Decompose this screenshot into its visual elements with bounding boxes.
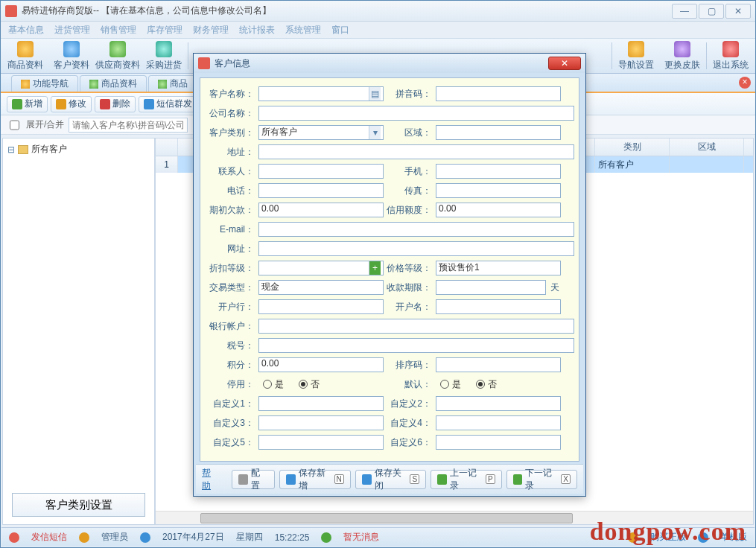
- delete-button[interactable]: 删除: [95, 96, 136, 112]
- radio-default-no[interactable]: 否: [476, 378, 497, 391]
- tab-product2[interactable]: 商品: [148, 75, 197, 92]
- label-disabled: 停用：: [205, 378, 257, 391]
- input-bank[interactable]: [258, 299, 384, 314]
- status-time: 15:22:25: [275, 532, 310, 543]
- add-button[interactable]: 新增: [7, 96, 48, 112]
- input-fax[interactable]: [436, 183, 561, 198]
- input-company[interactable]: [258, 106, 574, 121]
- menu-stock[interactable]: 库存管理: [147, 24, 182, 36]
- status-date: 2017年4月27日: [162, 531, 224, 544]
- radio-disabled-no[interactable]: 否: [299, 378, 320, 391]
- input-phone[interactable]: [258, 183, 384, 198]
- tb-skin[interactable]: 更换皮肤: [659, 39, 705, 73]
- col-area[interactable]: 区域: [670, 138, 744, 156]
- radio-disabled-yes[interactable]: 是: [263, 378, 284, 391]
- label-initdebt: 期初欠款：: [205, 204, 257, 217]
- input-c4[interactable]: [436, 415, 561, 430]
- col-index[interactable]: [156, 138, 178, 156]
- input-credit[interactable]: 0.00: [436, 203, 561, 217]
- tb-customer[interactable]: 客户资料: [48, 39, 95, 73]
- status-dot-icon: [9, 532, 19, 543]
- horizontal-scrollbar[interactable]: [156, 511, 753, 524]
- input-email[interactable]: [258, 222, 574, 237]
- label-sort: 排序码：: [385, 359, 434, 372]
- input-payperiod[interactable]: [436, 280, 546, 295]
- input-contact[interactable]: [258, 164, 384, 179]
- config-button[interactable]: 配置: [232, 470, 274, 489]
- status-msg: 暂无消息: [343, 531, 379, 544]
- status-edition[interactable]: 单机版: [720, 531, 747, 544]
- search-input[interactable]: [69, 118, 188, 133]
- save-close-button[interactable]: 保存关闭S: [355, 470, 426, 489]
- close-button[interactable]: ✕: [725, 4, 751, 19]
- input-area[interactable]: [436, 125, 561, 140]
- input-points[interactable]: 0.00: [258, 357, 384, 372]
- save-icon: [286, 474, 296, 485]
- gear-icon: [238, 474, 248, 485]
- dropdown-icon[interactable]: ▾: [369, 126, 381, 139]
- input-mobile[interactable]: [436, 164, 561, 179]
- input-acctname[interactable]: [436, 299, 561, 314]
- tree-root[interactable]: ⊟所有客户: [7, 143, 150, 156]
- category-settings-button[interactable]: 客户类别设置: [12, 493, 145, 517]
- input-taxno[interactable]: [258, 338, 574, 353]
- tb-product[interactable]: 商品资料: [2, 39, 48, 73]
- tb-purchase[interactable]: 采购进货: [141, 39, 187, 73]
- input-name[interactable]: ▤: [258, 86, 384, 101]
- msg-icon: [321, 532, 331, 543]
- doc-icon: [158, 80, 167, 89]
- input-discount[interactable]: +: [258, 261, 384, 275]
- edit-button[interactable]: 修改: [51, 96, 92, 112]
- input-c5[interactable]: [258, 435, 384, 450]
- tb-supplier[interactable]: 供应商资料: [95, 39, 141, 73]
- label-c4: 自定义4：: [385, 417, 434, 430]
- menu-finance[interactable]: 财务管理: [193, 24, 229, 36]
- input-sort[interactable]: [436, 357, 561, 372]
- help-link[interactable]: 帮助: [202, 467, 218, 492]
- input-pinyin[interactable]: [436, 86, 561, 101]
- menu-basic[interactable]: 基本信息: [8, 24, 44, 36]
- input-c2[interactable]: [436, 396, 561, 411]
- menu-window[interactable]: 窗口: [331, 24, 349, 36]
- expand-checkbox[interactable]: [10, 118, 19, 133]
- close-all-tabs[interactable]: ×: [739, 77, 751, 89]
- tb-exit[interactable]: 退出系统: [708, 39, 754, 73]
- select-pricelv[interactable]: 预设售价1: [436, 261, 561, 275]
- col-category[interactable]: 类别: [595, 138, 670, 156]
- label-name: 客户名称：: [205, 88, 257, 101]
- menu-sales[interactable]: 销售管理: [101, 24, 136, 36]
- maximize-button[interactable]: ▢: [699, 4, 724, 19]
- input-c3[interactable]: [258, 415, 384, 430]
- menu-purchase[interactable]: 进货管理: [54, 24, 90, 36]
- status-buy[interactable]: 购买正版: [650, 531, 686, 544]
- plus-icon: [12, 99, 22, 109]
- input-acctno[interactable]: [258, 319, 574, 334]
- star-icon: [21, 80, 30, 89]
- input-initdebt[interactable]: 0.00: [258, 203, 384, 217]
- radio-default-yes[interactable]: 是: [440, 378, 461, 391]
- lookup-icon[interactable]: ▤: [369, 87, 381, 101]
- tab-nav[interactable]: 功能导航: [11, 75, 78, 92]
- label-phone: 电话：: [205, 185, 257, 197]
- prev-record-button[interactable]: 上一记录P: [431, 470, 501, 489]
- next-record-button[interactable]: 下一记录X: [506, 470, 577, 489]
- select-txtype[interactable]: 现金: [258, 280, 384, 295]
- dialog-close-button[interactable]: ✕: [548, 57, 581, 70]
- input-c1[interactable]: [258, 396, 384, 411]
- customer-dialog: 客户信息 ✕ 客户名称： ▤ 拼音码： 公司名称： 客户类别： 所有客户▾ 区域…: [193, 53, 586, 497]
- tab-product[interactable]: 商品资料: [80, 75, 147, 92]
- label-discount: 折扣等级：: [205, 262, 257, 275]
- window-title: 易特进销存商贸版-- 【请在基本信息，公司信息中修改公司名】: [22, 4, 667, 17]
- menu-system[interactable]: 系统管理: [285, 24, 321, 36]
- tb-navset[interactable]: 导航设置: [613, 39, 659, 73]
- plus-icon[interactable]: +: [369, 261, 381, 275]
- input-url[interactable]: [258, 241, 574, 256]
- menu-report[interactable]: 统计报表: [239, 24, 275, 36]
- save-new-button[interactable]: 保存新增N: [279, 470, 351, 489]
- input-c6[interactable]: [436, 435, 561, 450]
- select-category[interactable]: 所有客户▾: [258, 125, 384, 140]
- status-sms[interactable]: 发信短信: [31, 531, 67, 544]
- scroll-thumb[interactable]: [200, 513, 573, 523]
- input-address[interactable]: [258, 144, 574, 159]
- minimize-button[interactable]: —: [672, 4, 697, 19]
